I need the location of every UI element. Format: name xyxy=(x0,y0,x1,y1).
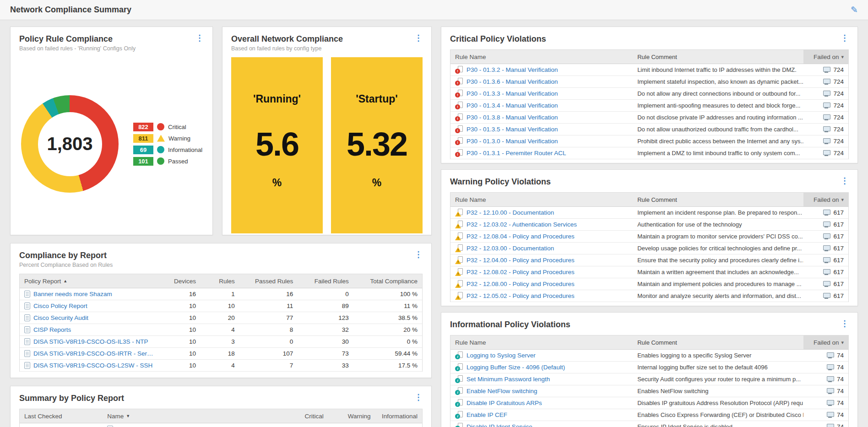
rule-name-link[interactable]: P30 - 01.3.5 - Manual Verification xyxy=(467,126,558,133)
report-row: Cisco Policy Report 10 10 11 89 11 % xyxy=(20,300,422,312)
kebab-menu-icon[interactable]: ⋮ xyxy=(841,319,849,328)
rules-count: 4 xyxy=(201,360,239,371)
report-link[interactable]: Banner needs more Shazam xyxy=(33,291,112,297)
rule-name-link[interactable]: P32 - 12.04.00 - Policy and Procedures xyxy=(467,257,575,264)
tile-unit: % xyxy=(372,177,381,189)
column-header[interactable]: Warning xyxy=(328,409,375,423)
report-link[interactable]: Cisco Policy Report xyxy=(33,303,87,309)
failed-on-header[interactable]: Failed on ▾ xyxy=(803,50,848,64)
total-compliance-value: 11 % xyxy=(353,300,422,312)
passed-icon xyxy=(157,157,164,165)
card-title: Policy Rule Compliance xyxy=(19,34,136,44)
card-compliance-by-report: Compliance by Report Percent Compliance … xyxy=(10,243,432,378)
report-link[interactable]: DISA STIG-V8R19-CSCO-OS-L2SW - SSH xyxy=(33,362,152,369)
right-column: Critical Policy Violations ⋮ Rule Name R… xyxy=(441,27,858,427)
column-header[interactable]: Rule Name xyxy=(450,193,633,206)
column-header[interactable]: Rule Name xyxy=(450,50,633,64)
rule-name-link[interactable]: Enable IP CEF xyxy=(467,411,507,418)
device-icon xyxy=(823,91,830,97)
kebab-menu-icon[interactable]: ⋮ xyxy=(841,34,849,42)
column-header[interactable]: Name ▼ xyxy=(103,409,271,423)
devices-count: 10 xyxy=(159,324,201,335)
rules-count: 10 xyxy=(201,300,239,312)
card-subtitle: Percent Compliance Based on Rules xyxy=(19,262,113,268)
rule-name-link[interactable]: P32 - 12.05.02 - Policy and Procedures xyxy=(467,292,575,299)
failed-on-count: 724 xyxy=(803,76,848,87)
rule-name-link[interactable]: P32 - 12.08.04 - Policy and Procedures xyxy=(467,233,575,240)
device-icon xyxy=(823,233,830,240)
column-header[interactable]: Last Checked xyxy=(20,409,103,423)
rules-count: 3 xyxy=(201,336,239,347)
kebab-menu-icon[interactable]: ⋮ xyxy=(195,34,204,42)
rule-name-link[interactable]: P32 - 12.03.02 - Authentication Services xyxy=(467,221,577,228)
rule-comment: Do not disclose private IP addresses and… xyxy=(633,112,803,123)
kebab-menu-icon[interactable]: ⋮ xyxy=(414,393,423,401)
rule-name-link[interactable]: P32 - 12.08.02 - Policy and Procedures xyxy=(467,269,575,276)
failed-on-header[interactable]: Failed on ▾ xyxy=(803,335,848,349)
rule-name-link[interactable]: P30 - 01.3.6 - Manual Verification xyxy=(467,78,558,85)
rule-name-link[interactable]: Logging Buffer Size - 4096 (Default) xyxy=(467,364,565,371)
column-header[interactable]: Failed Rules xyxy=(298,274,353,288)
vio-warning-icon xyxy=(455,209,463,216)
rule-comment: Monitor and analyze security alerts and … xyxy=(633,290,803,302)
edit-page-icon[interactable]: ✎ xyxy=(851,5,858,15)
passed-rules-count: 107 xyxy=(239,348,298,359)
rule-name-link[interactable]: Logging to Syslog Server xyxy=(467,352,536,359)
violation-row: Logging to Syslog Server Enables logging… xyxy=(450,350,848,362)
column-header[interactable]: Passed Rules xyxy=(239,274,298,288)
rule-comment: Do not allow unauthorized outbound traff… xyxy=(633,124,803,135)
column-header[interactable]: Policy Report ▲ xyxy=(20,274,159,288)
rule-name-link[interactable]: P30 - 01.3.3 - Manual Verification xyxy=(467,90,558,97)
violation-row: P32 - 12.04.00 - Policy and Procedures E… xyxy=(450,254,848,266)
critical-icon xyxy=(157,123,164,130)
vio-warning-icon xyxy=(455,292,463,300)
rule-name-link[interactable]: Enable NetFlow switching xyxy=(467,388,537,395)
dropdown-caret-icon: ▾ xyxy=(841,54,844,60)
rule-name-link[interactable]: P30 - 01.3.2 - Manual Verification xyxy=(467,66,558,73)
column-header[interactable]: Informational xyxy=(375,409,422,423)
rule-comment: Enables Cisco Express Forwarding (CEF) o… xyxy=(633,409,803,421)
kebab-menu-icon[interactable]: ⋮ xyxy=(841,177,849,185)
column-header[interactable]: Rule Comment xyxy=(633,335,803,349)
rule-name-link[interactable]: P32 - 12.03.00 - Documentation xyxy=(467,245,554,252)
kebab-menu-icon[interactable]: ⋮ xyxy=(414,250,423,259)
rule-name-link[interactable]: Disable IP Ident Service xyxy=(467,423,532,427)
report-link[interactable]: DISA STIG-V8R19-CSCO-OS-IRTR - Services xyxy=(33,350,154,357)
rule-name-link[interactable]: P30 - 01.3.1 - Peremiter Router ACL xyxy=(467,150,566,157)
legend-item: 101 Passed xyxy=(133,157,202,166)
rule-name-link[interactable]: P32 - 12.10.00 - Documentation xyxy=(467,209,554,216)
column-header[interactable]: Critical xyxy=(271,409,328,423)
report-row: Cisco Security Audit 10 20 77 123 38.5 % xyxy=(20,312,422,324)
warning-violations-table: Rule Name Rule Comment Failed on ▾ P32 -… xyxy=(450,192,849,302)
column-header[interactable]: Total Compliance xyxy=(353,274,422,288)
failed-on-count: 617 xyxy=(803,219,848,230)
table-header-row: Rule Name Rule Comment Failed on ▾ xyxy=(450,50,848,64)
report-icon xyxy=(24,362,30,369)
rule-name-link[interactable]: P30 - 01.3.4 - Manual Verification xyxy=(467,102,558,109)
donut-legend: 822 Critical 811 Warning 69 Informationa… xyxy=(133,120,202,168)
rule-comment: Do not allow any direct connections inbo… xyxy=(633,88,803,99)
failed-on-count: 724 xyxy=(803,112,848,123)
report-link[interactable]: CISP Reports xyxy=(33,326,71,333)
rule-name-link[interactable]: Disable IP Gratuitous ARPs xyxy=(467,400,542,406)
report-link[interactable]: Cisco Security Audit xyxy=(33,314,88,321)
violation-row: P30 - 01.3.5 - Manual Verification Do no… xyxy=(450,124,848,135)
failed-on-count: 74 xyxy=(803,350,848,361)
failed-on-header[interactable]: Failed on ▾ xyxy=(803,193,848,206)
vio-info-icon xyxy=(455,375,463,383)
rules-count: 18 xyxy=(201,348,239,359)
column-header[interactable]: Rule Comment xyxy=(633,50,803,64)
report-link[interactable]: DISA STIG-V8R19-CSCO-OS-IL3S - NTP xyxy=(33,338,148,345)
kebab-menu-icon[interactable]: ⋮ xyxy=(414,34,423,42)
rule-name-link[interactable]: Set Minimum Password length xyxy=(467,376,550,383)
rule-comment: Implement stateful inspection, also know… xyxy=(633,76,803,87)
rule-name-link[interactable]: P30 - 01.3.0 - Manual Verification xyxy=(467,138,558,145)
column-header[interactable]: Rule Comment xyxy=(633,193,803,206)
column-header[interactable]: Devices xyxy=(159,274,201,288)
rule-name-link[interactable]: P30 - 01.3.8 - Manual Verification xyxy=(467,114,558,121)
device-icon xyxy=(827,352,834,359)
rule-name-link[interactable]: P32 - 12.08.00 - Policy and Procedures xyxy=(467,281,575,287)
column-header[interactable]: Rules xyxy=(201,274,239,288)
column-header[interactable]: Rule Name xyxy=(450,335,633,349)
rule-comment: Implement an incident response plan. Be … xyxy=(633,207,803,218)
